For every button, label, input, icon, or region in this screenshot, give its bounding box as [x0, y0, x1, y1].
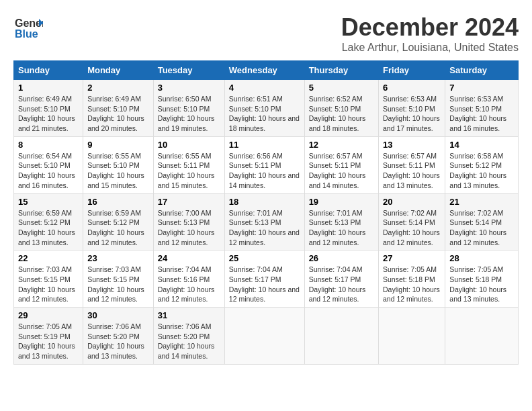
calendar-cell: 18 Sunrise: 7:01 AM Sunset: 5:13 PM Dayl… [224, 193, 304, 250]
calendar-week-row: 8 Sunrise: 6:54 AM Sunset: 5:10 PM Dayli… [14, 136, 519, 193]
calendar-table: SundayMondayTuesdayWednesdayThursdayFrid… [13, 60, 519, 365]
day-number: 2 [87, 83, 149, 93]
calendar-cell: 5 Sunrise: 6:52 AM Sunset: 5:10 PM Dayli… [304, 80, 378, 137]
calendar-cell: 9 Sunrise: 6:55 AM Sunset: 5:10 PM Dayli… [83, 136, 154, 193]
calendar-cell: 2 Sunrise: 6:49 AM Sunset: 5:10 PM Dayli… [83, 80, 154, 137]
day-info: Sunrise: 7:03 AM Sunset: 5:15 PM Dayligh… [87, 265, 149, 304]
calendar-cell: 12 Sunrise: 6:57 AM Sunset: 5:11 PM Dayl… [304, 136, 378, 193]
svg-text:Blue: Blue [15, 28, 38, 40]
day-info: Sunrise: 6:53 AM Sunset: 5:10 PM Dayligh… [449, 94, 514, 134]
calendar-week-row: 22 Sunrise: 7:03 AM Sunset: 5:15 PM Dayl… [14, 250, 519, 308]
day-info: Sunrise: 6:59 AM Sunset: 5:12 PM Dayligh… [87, 208, 149, 248]
page-title: December 2024 [341, 13, 519, 42]
day-number: 28 [449, 253, 514, 263]
day-number: 22 [18, 253, 79, 263]
day-info: Sunrise: 7:05 AM Sunset: 5:18 PM Dayligh… [383, 265, 441, 304]
svg-marker-3 [39, 21, 43, 24]
day-number: 17 [158, 197, 220, 207]
day-info: Sunrise: 7:04 AM Sunset: 5:17 PM Dayligh… [229, 265, 300, 304]
day-info: Sunrise: 6:49 AM Sunset: 5:10 PM Dayligh… [18, 94, 79, 134]
day-info: Sunrise: 7:03 AM Sunset: 5:15 PM Dayligh… [18, 265, 79, 304]
day-info: Sunrise: 6:59 AM Sunset: 5:12 PM Dayligh… [18, 208, 79, 248]
header-friday: Friday [379, 61, 445, 80]
calendar-cell: 30 Sunrise: 7:06 AM Sunset: 5:20 PM Dayl… [83, 308, 154, 365]
header-monday: Monday [83, 61, 154, 80]
day-info: Sunrise: 7:06 AM Sunset: 5:20 PM Dayligh… [158, 322, 220, 361]
day-info: Sunrise: 7:01 AM Sunset: 5:13 PM Dayligh… [229, 208, 300, 248]
day-info: Sunrise: 7:04 AM Sunset: 5:16 PM Dayligh… [158, 265, 220, 304]
day-number: 6 [383, 83, 441, 93]
calendar-cell: 11 Sunrise: 6:56 AM Sunset: 5:11 PM Dayl… [224, 136, 304, 193]
day-number: 23 [87, 253, 149, 263]
calendar-cell: 10 Sunrise: 6:55 AM Sunset: 5:11 PM Dayl… [153, 136, 224, 193]
header-tuesday: Tuesday [153, 61, 224, 80]
calendar-cell: 16 Sunrise: 6:59 AM Sunset: 5:12 PM Dayl… [83, 193, 154, 250]
calendar-week-row: 29 Sunrise: 7:05 AM Sunset: 5:19 PM Dayl… [14, 308, 519, 365]
title-block: December 2024 Lake Arthur, Louisiana, Un… [341, 13, 519, 54]
day-number: 25 [229, 253, 300, 263]
day-number: 7 [449, 83, 514, 93]
calendar-cell: 4 Sunrise: 6:51 AM Sunset: 5:10 PM Dayli… [224, 80, 304, 137]
calendar-cell [379, 308, 445, 365]
day-info: Sunrise: 6:51 AM Sunset: 5:10 PM Dayligh… [229, 94, 300, 134]
day-info: Sunrise: 7:02 AM Sunset: 5:14 PM Dayligh… [449, 208, 514, 248]
calendar-cell: 17 Sunrise: 7:00 AM Sunset: 5:13 PM Dayl… [153, 193, 224, 250]
day-info: Sunrise: 6:58 AM Sunset: 5:12 PM Dayligh… [449, 151, 514, 191]
day-info: Sunrise: 6:52 AM Sunset: 5:10 PM Dayligh… [309, 94, 374, 134]
day-number: 9 [87, 140, 149, 150]
calendar-cell [445, 308, 519, 365]
day-info: Sunrise: 6:49 AM Sunset: 5:10 PM Dayligh… [87, 94, 149, 134]
calendar-cell: 23 Sunrise: 7:03 AM Sunset: 5:15 PM Dayl… [83, 250, 154, 308]
calendar-cell: 15 Sunrise: 6:59 AM Sunset: 5:12 PM Dayl… [14, 193, 83, 250]
calendar-week-row: 15 Sunrise: 6:59 AM Sunset: 5:12 PM Dayl… [14, 193, 519, 250]
svg-text:General: General [15, 17, 43, 29]
calendar-cell: 13 Sunrise: 6:57 AM Sunset: 5:11 PM Dayl… [379, 136, 445, 193]
calendar-cell [224, 308, 304, 365]
day-number: 21 [449, 197, 514, 207]
day-number: 16 [87, 197, 149, 207]
logo: General Blue [13, 13, 43, 46]
day-number: 3 [158, 83, 220, 93]
day-number: 8 [18, 140, 79, 150]
calendar-cell: 20 Sunrise: 7:02 AM Sunset: 5:14 PM Dayl… [379, 193, 445, 250]
day-number: 19 [309, 197, 374, 207]
calendar-cell: 28 Sunrise: 7:05 AM Sunset: 5:18 PM Dayl… [445, 250, 519, 308]
calendar-cell: 6 Sunrise: 6:53 AM Sunset: 5:10 PM Dayli… [379, 80, 445, 137]
day-info: Sunrise: 7:02 AM Sunset: 5:14 PM Dayligh… [383, 208, 441, 248]
calendar-cell: 14 Sunrise: 6:58 AM Sunset: 5:12 PM Dayl… [445, 136, 519, 193]
calendar-cell [304, 308, 378, 365]
calendar-cell: 19 Sunrise: 7:01 AM Sunset: 5:13 PM Dayl… [304, 193, 378, 250]
calendar-cell: 29 Sunrise: 7:05 AM Sunset: 5:19 PM Dayl… [14, 308, 83, 365]
calendar-cell: 24 Sunrise: 7:04 AM Sunset: 5:16 PM Dayl… [153, 250, 224, 308]
day-info: Sunrise: 7:01 AM Sunset: 5:13 PM Dayligh… [309, 208, 374, 248]
page-subtitle: Lake Arthur, Louisiana, United States [341, 42, 519, 54]
day-info: Sunrise: 6:50 AM Sunset: 5:10 PM Dayligh… [158, 94, 220, 134]
calendar-header-row: SundayMondayTuesdayWednesdayThursdayFrid… [14, 61, 519, 80]
calendar-cell: 22 Sunrise: 7:03 AM Sunset: 5:15 PM Dayl… [14, 250, 83, 308]
day-number: 13 [383, 140, 441, 150]
day-number: 1 [18, 83, 79, 93]
day-number: 30 [87, 310, 149, 320]
logo-icon: General Blue [13, 13, 43, 43]
calendar-cell: 3 Sunrise: 6:50 AM Sunset: 5:10 PM Dayli… [153, 80, 224, 137]
header-saturday: Saturday [445, 61, 519, 80]
day-number: 4 [229, 83, 300, 93]
day-number: 24 [158, 253, 220, 263]
day-number: 20 [383, 197, 441, 207]
day-number: 29 [18, 310, 79, 320]
day-info: Sunrise: 7:06 AM Sunset: 5:20 PM Dayligh… [87, 322, 149, 361]
day-number: 26 [309, 253, 374, 263]
day-info: Sunrise: 6:57 AM Sunset: 5:11 PM Dayligh… [309, 151, 374, 191]
calendar-cell: 27 Sunrise: 7:05 AM Sunset: 5:18 PM Dayl… [379, 250, 445, 308]
day-info: Sunrise: 7:04 AM Sunset: 5:17 PM Dayligh… [309, 265, 374, 304]
calendar-cell: 25 Sunrise: 7:04 AM Sunset: 5:17 PM Dayl… [224, 250, 304, 308]
day-info: Sunrise: 7:05 AM Sunset: 5:18 PM Dayligh… [449, 265, 514, 304]
day-number: 10 [158, 140, 220, 150]
header-wednesday: Wednesday [224, 61, 304, 80]
calendar-cell: 31 Sunrise: 7:06 AM Sunset: 5:20 PM Dayl… [153, 308, 224, 365]
header-thursday: Thursday [304, 61, 378, 80]
day-number: 11 [229, 140, 300, 150]
day-info: Sunrise: 6:55 AM Sunset: 5:10 PM Dayligh… [87, 151, 149, 191]
day-number: 15 [18, 197, 79, 207]
day-info: Sunrise: 6:57 AM Sunset: 5:11 PM Dayligh… [383, 151, 441, 191]
